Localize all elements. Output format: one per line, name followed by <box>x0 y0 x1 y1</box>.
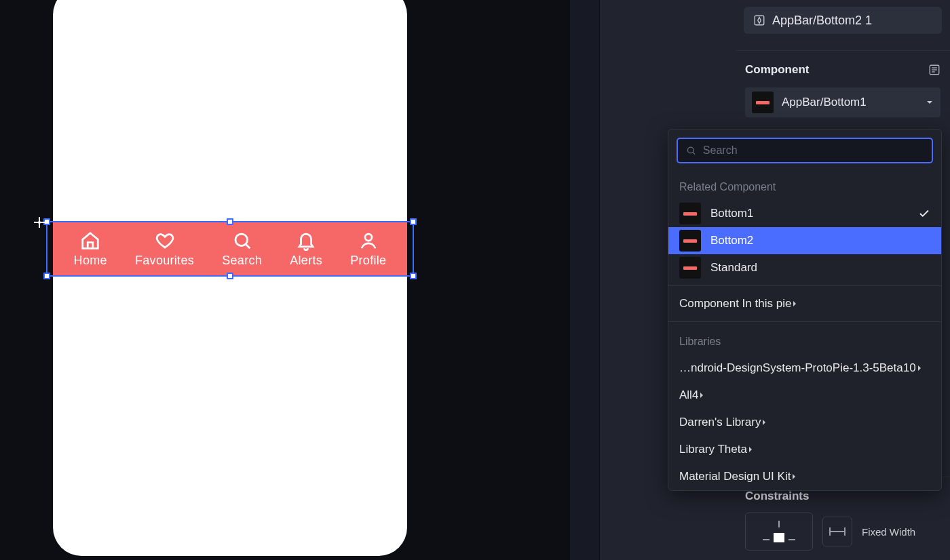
constraint-width-mode[interactable] <box>822 517 852 546</box>
component-section: Component AppBar/Bottom1 <box>736 50 950 124</box>
component-picker-popup: Related Component Bottom1 Bottom2 Standa… <box>668 129 942 491</box>
selection-bounds <box>46 221 414 277</box>
item-label: Library Theta <box>679 443 747 456</box>
item-label: Component In this pie <box>679 297 791 311</box>
resize-handle-bl[interactable] <box>43 273 50 279</box>
chevron-right-icon <box>791 300 798 307</box>
check-icon <box>918 207 930 220</box>
related-item-bottom1[interactable]: Bottom1 <box>668 200 941 227</box>
component-selector[interactable]: AppBar/Bottom1 <box>745 87 940 117</box>
separator <box>668 321 941 322</box>
search-input[interactable] <box>703 144 924 157</box>
separator <box>668 285 941 286</box>
section-title: Component <box>745 63 809 77</box>
library-item-3[interactable]: Library Theta <box>668 436 941 463</box>
item-label: Bottom1 <box>710 207 753 220</box>
chevron-right-icon <box>791 473 797 480</box>
instance-icon <box>753 14 765 26</box>
library-item-4[interactable]: Material Design UI Kit <box>668 463 941 490</box>
library-item-0[interactable]: …ndroid-DesignSystem-ProtoPie-1.3-5Beta1… <box>668 355 941 382</box>
item-label: Bottom2 <box>710 234 753 247</box>
svg-point-16 <box>687 147 694 153</box>
layer-name-chip[interactable]: AppBar/Bottom2 1 <box>744 7 942 34</box>
resize-handle-tr[interactable] <box>410 218 417 225</box>
chevron-down-icon <box>926 98 934 106</box>
library-item-2[interactable]: Darren's Library <box>668 409 941 436</box>
item-label: All4 <box>679 388 698 402</box>
chevron-right-icon <box>916 365 923 372</box>
detail-icon[interactable] <box>928 64 940 76</box>
svg-line-17 <box>693 152 695 154</box>
item-label: …ndroid-DesignSystem-ProtoPie-1.3-5Beta1… <box>679 361 916 375</box>
item-label: Material Design UI Kit <box>679 470 791 483</box>
resize-handle-tm[interactable] <box>227 218 233 225</box>
constraint-pin-editor[interactable] <box>745 513 813 551</box>
related-item-standard[interactable]: Standard <box>668 254 941 281</box>
component-thumb <box>679 203 701 224</box>
group-label-libraries: Libraries <box>668 326 941 355</box>
group-label-related: Related Component <box>668 172 941 200</box>
chevron-right-icon <box>761 419 767 426</box>
component-thumb <box>679 230 701 252</box>
section-title: Constraints <box>745 489 809 503</box>
layer-name-text: AppBar/Bottom2 1 <box>772 14 872 28</box>
svg-point-3 <box>38 221 41 224</box>
canvas[interactable]: Home Favourites Search Alerts Profile <box>0 0 570 560</box>
search-icon <box>686 145 696 156</box>
item-label: Darren's Library <box>679 416 761 429</box>
side-column <box>570 0 600 560</box>
search-field[interactable] <box>677 138 933 163</box>
resize-handle-br[interactable] <box>410 273 417 279</box>
component-thumb <box>679 257 701 279</box>
resize-handle-bm[interactable] <box>227 273 233 279</box>
width-mode-label: Fixed Width <box>862 526 915 538</box>
item-label: Standard <box>710 261 757 275</box>
related-item-bottom2[interactable]: Bottom2 <box>668 227 941 254</box>
component-thumb <box>752 92 774 113</box>
chevron-right-icon <box>747 446 754 453</box>
component-in-pie-row[interactable]: Component In this pie <box>668 290 941 317</box>
library-item-1[interactable]: All4 <box>668 382 941 409</box>
chevron-right-icon <box>698 392 705 399</box>
component-selector-value: AppBar/Bottom1 <box>782 96 867 109</box>
svg-rect-11 <box>774 533 784 542</box>
origin-indicator[interactable] <box>34 217 45 228</box>
